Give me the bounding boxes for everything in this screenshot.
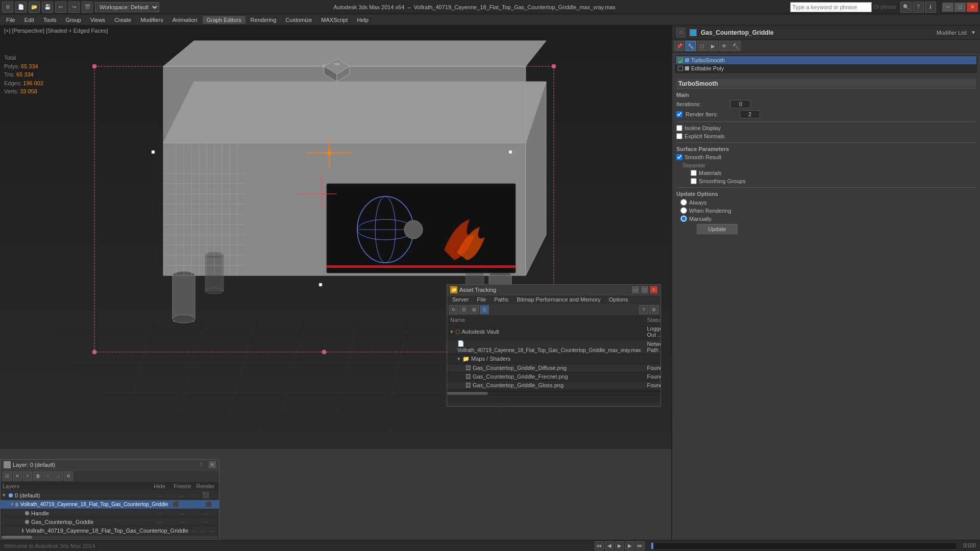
layer-hide-0[interactable]: — [148,492,171,498]
obj-icon[interactable]: ⬡ [676,28,685,37]
layer-render-0[interactable]: ⬛ [194,492,217,498]
close-btn[interactable]: ✕ [967,3,978,12]
layers-help[interactable]: ? [200,462,203,468]
asset-settings-btn[interactable]: ⚙ [649,305,658,314]
asset-row-file[interactable]: 📄 Vollrath_40719_Cayenne_18_Flat_Top_Gas… [447,339,660,355]
turbosmooth-checkbox[interactable]: ✓ [678,58,683,63]
layer-row-default[interactable]: ▾ 0 (default) — — ⬛ [1,491,219,500]
layer-hide-3[interactable]: — [148,519,171,525]
modifier-turbosmooth[interactable]: ✓ TurboSmooth [676,56,976,64]
layer-row-vollrath[interactable]: ▾ Vollrath_40719_Cayenne_18_Flat_Top_Gas… [1,500,219,509]
modifier-editablepoly[interactable]: Editable Poly [676,64,976,72]
layer-row-gas[interactable]: Gas_Countertop_Griddle — — — [1,518,219,527]
menu-animation[interactable]: Animation [168,16,202,24]
layer-move-down-btn[interactable]: ↓ [54,471,63,481]
asset-menu-bitmap[interactable]: Bitmap Performance and Memory [513,296,603,303]
isoline-checkbox[interactable] [676,125,682,131]
layer-select-btn[interactable]: ☑ [3,471,12,481]
navigation-cube[interactable]: TOP [319,56,355,92]
render-scene-btn[interactable]: 🎬 [82,2,93,13]
layer-freeze-1[interactable]: — [184,502,201,508]
info-btn[interactable]: ℹ [925,2,936,13]
update-button[interactable]: Update [697,224,738,234]
materials-checkbox[interactable] [691,170,697,176]
time-prev-btn[interactable]: ◀ [605,541,614,550]
save-btn[interactable]: 💾 [42,2,53,13]
pin-btn[interactable]: 📌 [674,41,684,51]
asset-view-btn[interactable]: ☰ [459,305,469,314]
layer-freeze-3[interactable]: — [171,519,194,525]
menu-tools[interactable]: Tools [39,16,61,24]
layer-freeze-2[interactable]: — [171,510,194,516]
asset-row-gloss[interactable]: 🖼 Gas_Countertop_Griddle_Gloss.png Found [447,381,660,390]
layer-render-1[interactable]: ⬛ [201,501,217,508]
modifier-dropdown-arrow[interactable]: ▼ [971,30,976,35]
asset-thumb-btn[interactable]: ⊞ [470,305,479,314]
layer-row-vollrath2[interactable]: Vollrath_40719_Cayenne_18_Flat_Top_Gas_C… [1,527,219,535]
display-tab[interactable]: 👁 [719,41,729,51]
asset-h-scrollbar[interactable] [447,391,660,395]
render-iters-checkbox[interactable] [676,111,682,117]
asset-minimize-btn[interactable]: ─ [632,286,639,293]
layer-add-btn[interactable]: ✕ [13,471,22,481]
layer-render-2[interactable]: — [194,510,217,516]
asset-menu-file[interactable]: File [474,296,489,303]
asset-refresh-btn[interactable]: ↻ [449,305,458,314]
layers-close-btn[interactable]: ✕ [209,461,216,468]
layer-move-up-btn[interactable]: ↑ [43,471,53,481]
asset-maximize-btn[interactable]: □ [641,286,648,293]
layer-freeze-4[interactable]: — [198,528,208,534]
explicit-normals-checkbox[interactable] [676,133,682,139]
time-play-btn[interactable]: ▶ [615,541,624,550]
time-end-btn[interactable]: ⏭ [635,541,645,550]
iterations-input[interactable] [730,100,751,108]
time-next-btn[interactable]: ▶ [625,541,634,550]
asset-close-btn[interactable]: ✕ [650,286,657,293]
layer-render-3[interactable]: — [194,519,217,525]
open-btn[interactable]: 📂 [29,2,40,13]
layer-delete-btn[interactable]: 🗑 [33,471,42,481]
menu-graph-editors[interactable]: Graph Editors [203,16,246,24]
asset-menu-server[interactable]: Server [449,296,472,303]
asset-col-status[interactable]: Status [644,316,661,324]
menu-views[interactable]: Views [86,16,109,24]
layer-settings-btn[interactable]: ⚙ [64,471,73,481]
menu-help[interactable]: Help [353,16,373,24]
menu-customize[interactable]: Customize [281,16,316,24]
layers-scroll-track[interactable] [2,536,218,539]
layer-hide-2[interactable]: — [148,510,171,516]
modifier-tab[interactable]: 🔧 [685,41,696,51]
asset-list-btn[interactable]: ☰ [480,305,489,314]
menu-rendering[interactable]: Rendering [247,16,281,24]
layer-hide-1[interactable]: ⬛ [168,501,184,508]
layer-render-4[interactable]: — [207,528,217,534]
utilities-tab[interactable]: 🔨 [730,41,741,51]
menu-edit[interactable]: Edit [20,16,38,24]
time-slider[interactable] [651,542,957,549]
menu-create[interactable]: Create [110,16,135,24]
asset-scroll-thumb[interactable] [447,392,488,395]
app-icon[interactable]: ⚙ [2,2,13,13]
asset-menu-paths[interactable]: Paths [491,296,511,303]
maximize-btn[interactable]: □ [954,3,966,12]
menu-modifiers[interactable]: Modifiers [136,16,167,24]
new-btn[interactable]: 📄 [15,2,27,13]
layer-row-handle[interactable]: Handle — — — [1,509,219,518]
manually-radio[interactable] [680,215,687,222]
layers-scrollbar[interactable] [1,535,219,539]
menu-file[interactable]: File [2,16,19,24]
time-start-btn[interactable]: ⏮ [595,541,604,550]
menu-group[interactable]: Group [61,16,85,24]
asset-row-diffuse[interactable]: 🖼 Gas_Countertop_Griddle_Diffuse.png Fou… [447,364,660,372]
when-rendering-radio[interactable] [680,207,687,214]
redo-btn[interactable]: ↪ [68,2,80,13]
hierarchy-tab[interactable]: ⬡ [697,41,707,51]
search-input[interactable] [790,2,872,12]
layers-scroll-thumb[interactable] [2,536,32,539]
asset-row-vault[interactable]: ▾⬡ Autodesk Vault Logged Out ... [447,324,660,339]
asset-row-frecnel[interactable]: 🖼 Gas_Countertop_Griddle_Frecnel.png Fou… [447,372,660,381]
smoothing-groups-checkbox[interactable] [691,178,697,184]
menu-maxscript[interactable]: MAXScript [317,16,352,24]
always-radio[interactable] [680,199,687,206]
help-search-btn[interactable]: ? [913,2,924,13]
